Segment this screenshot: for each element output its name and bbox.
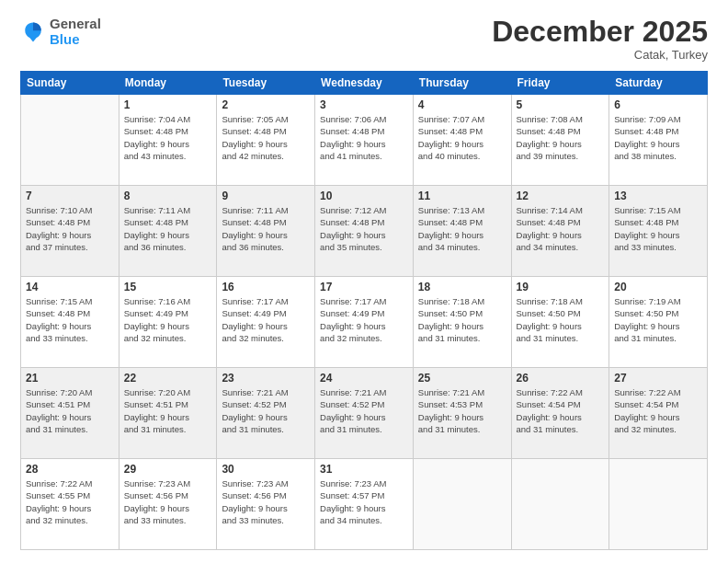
cell-info: Sunrise: 7:23 AMSunset: 4:56 PMDaylight:… xyxy=(222,477,310,526)
table-row: 7Sunrise: 7:10 AMSunset: 4:48 PMDaylight… xyxy=(21,186,119,277)
day-number: 27 xyxy=(614,372,702,385)
day-number: 15 xyxy=(124,281,212,293)
table-row: 1Sunrise: 7:04 AMSunset: 4:48 PMDaylight… xyxy=(119,95,217,186)
cell-info: Sunrise: 7:08 AMSunset: 4:48 PMDaylight:… xyxy=(517,113,605,162)
logo: General Blue xyxy=(20,17,101,47)
table-row: 17Sunrise: 7:17 AMSunset: 4:49 PMDayligh… xyxy=(315,277,414,368)
table-row: 11Sunrise: 7:13 AMSunset: 4:48 PMDayligh… xyxy=(413,186,511,277)
table-row: 13Sunrise: 7:15 AMSunset: 4:48 PMDayligh… xyxy=(609,186,708,277)
table-row: 10Sunrise: 7:12 AMSunset: 4:48 PMDayligh… xyxy=(315,186,414,277)
table-row: 22Sunrise: 7:20 AMSunset: 4:51 PMDayligh… xyxy=(119,368,217,459)
day-number: 9 xyxy=(222,190,310,202)
day-number: 30 xyxy=(222,463,310,476)
cell-info: Sunrise: 7:23 AMSunset: 4:57 PMDaylight:… xyxy=(320,477,408,526)
cell-info: Sunrise: 7:17 AMSunset: 4:49 PMDaylight:… xyxy=(320,295,408,344)
table-row: 29Sunrise: 7:23 AMSunset: 4:56 PMDayligh… xyxy=(119,459,217,550)
logo-blue: Blue xyxy=(50,32,101,48)
cell-info: Sunrise: 7:09 AMSunset: 4:48 PMDaylight:… xyxy=(614,113,702,162)
table-row: 9Sunrise: 7:11 AMSunset: 4:48 PMDaylight… xyxy=(217,186,315,277)
table-row xyxy=(413,459,511,550)
cell-info: Sunrise: 7:21 AMSunset: 4:53 PMDaylight:… xyxy=(418,386,506,435)
cell-info: Sunrise: 7:15 AMSunset: 4:48 PMDaylight:… xyxy=(26,295,114,344)
cell-info: Sunrise: 7:22 AMSunset: 4:54 PMDaylight:… xyxy=(614,386,702,435)
logo-general: General xyxy=(50,17,101,32)
table-row: 20Sunrise: 7:19 AMSunset: 4:50 PMDayligh… xyxy=(609,277,708,368)
calendar-week-row: 21Sunrise: 7:20 AMSunset: 4:51 PMDayligh… xyxy=(21,368,708,459)
day-number: 22 xyxy=(124,372,212,385)
cell-info: Sunrise: 7:19 AMSunset: 4:50 PMDaylight:… xyxy=(614,295,702,344)
table-row: 5Sunrise: 7:08 AMSunset: 4:48 PMDaylight… xyxy=(511,95,609,186)
day-number: 12 xyxy=(517,190,605,202)
table-row: 30Sunrise: 7:23 AMSunset: 4:56 PMDayligh… xyxy=(217,459,315,550)
cell-info: Sunrise: 7:15 AMSunset: 4:48 PMDaylight:… xyxy=(614,204,702,253)
cell-info: Sunrise: 7:21 AMSunset: 4:52 PMDaylight:… xyxy=(320,386,408,435)
calendar-header-row: Sunday Monday Tuesday Wednesday Thursday… xyxy=(21,72,708,95)
page: General Blue December 2025 Catak, Turkey… xyxy=(0,0,728,563)
table-row: 18Sunrise: 7:18 AMSunset: 4:50 PMDayligh… xyxy=(413,277,511,368)
table-row: 27Sunrise: 7:22 AMSunset: 4:54 PMDayligh… xyxy=(609,368,708,459)
day-number: 7 xyxy=(26,190,114,202)
day-number: 25 xyxy=(418,372,506,385)
month-title: December 2025 xyxy=(492,17,708,46)
table-row: 3Sunrise: 7:06 AMSunset: 4:48 PMDaylight… xyxy=(315,95,414,186)
calendar-week-row: 1Sunrise: 7:04 AMSunset: 4:48 PMDaylight… xyxy=(21,95,708,186)
day-number: 13 xyxy=(614,190,702,202)
day-number: 11 xyxy=(418,190,506,202)
cell-info: Sunrise: 7:23 AMSunset: 4:56 PMDaylight:… xyxy=(124,477,212,526)
table-row xyxy=(511,459,609,550)
table-row: 15Sunrise: 7:16 AMSunset: 4:49 PMDayligh… xyxy=(119,277,217,368)
table-row: 16Sunrise: 7:17 AMSunset: 4:49 PMDayligh… xyxy=(217,277,315,368)
cell-info: Sunrise: 7:21 AMSunset: 4:52 PMDaylight:… xyxy=(222,386,310,435)
cell-info: Sunrise: 7:13 AMSunset: 4:48 PMDaylight:… xyxy=(418,204,506,253)
table-row: 12Sunrise: 7:14 AMSunset: 4:48 PMDayligh… xyxy=(511,186,609,277)
title-area: December 2025 Catak, Turkey xyxy=(492,17,708,62)
calendar-table: Sunday Monday Tuesday Wednesday Thursday… xyxy=(20,71,708,550)
table-row: 26Sunrise: 7:22 AMSunset: 4:54 PMDayligh… xyxy=(511,368,609,459)
table-row: 14Sunrise: 7:15 AMSunset: 4:48 PMDayligh… xyxy=(21,277,119,368)
cell-info: Sunrise: 7:17 AMSunset: 4:49 PMDaylight:… xyxy=(222,295,310,344)
calendar-week-row: 14Sunrise: 7:15 AMSunset: 4:48 PMDayligh… xyxy=(21,277,708,368)
table-row xyxy=(21,95,119,186)
cell-info: Sunrise: 7:22 AMSunset: 4:54 PMDaylight:… xyxy=(517,386,605,435)
day-number: 31 xyxy=(320,463,408,476)
table-row: 2Sunrise: 7:05 AMSunset: 4:48 PMDaylight… xyxy=(217,95,315,186)
cell-info: Sunrise: 7:11 AMSunset: 4:48 PMDaylight:… xyxy=(222,204,310,253)
table-row: 25Sunrise: 7:21 AMSunset: 4:53 PMDayligh… xyxy=(413,368,511,459)
day-number: 10 xyxy=(320,190,408,202)
table-row xyxy=(609,459,708,550)
day-number: 23 xyxy=(222,372,310,385)
cell-info: Sunrise: 7:20 AMSunset: 4:51 PMDaylight:… xyxy=(124,386,212,435)
day-number: 3 xyxy=(320,98,408,111)
location: Catak, Turkey xyxy=(492,48,708,62)
table-row: 31Sunrise: 7:23 AMSunset: 4:57 PMDayligh… xyxy=(315,459,414,550)
day-number: 8 xyxy=(124,190,212,202)
calendar-week-row: 7Sunrise: 7:10 AMSunset: 4:48 PMDaylight… xyxy=(21,186,708,277)
day-number: 28 xyxy=(26,463,114,476)
cell-info: Sunrise: 7:12 AMSunset: 4:48 PMDaylight:… xyxy=(320,204,408,253)
col-wednesday: Wednesday xyxy=(315,72,414,95)
col-monday: Monday xyxy=(119,72,217,95)
cell-info: Sunrise: 7:06 AMSunset: 4:48 PMDaylight:… xyxy=(320,113,408,162)
day-number: 2 xyxy=(222,98,310,111)
cell-info: Sunrise: 7:10 AMSunset: 4:48 PMDaylight:… xyxy=(26,204,114,253)
logo-text: General Blue xyxy=(50,17,101,47)
logo-icon xyxy=(20,19,46,45)
header: General Blue December 2025 Catak, Turkey xyxy=(20,17,708,62)
day-number: 14 xyxy=(26,281,114,293)
day-number: 29 xyxy=(124,463,212,476)
day-number: 19 xyxy=(517,281,605,293)
col-friday: Friday xyxy=(511,72,609,95)
cell-info: Sunrise: 7:18 AMSunset: 4:50 PMDaylight:… xyxy=(517,295,605,344)
table-row: 24Sunrise: 7:21 AMSunset: 4:52 PMDayligh… xyxy=(315,368,414,459)
cell-info: Sunrise: 7:04 AMSunset: 4:48 PMDaylight:… xyxy=(124,113,212,162)
day-number: 24 xyxy=(320,372,408,385)
day-number: 18 xyxy=(418,281,506,293)
table-row: 28Sunrise: 7:22 AMSunset: 4:55 PMDayligh… xyxy=(21,459,119,550)
table-row: 19Sunrise: 7:18 AMSunset: 4:50 PMDayligh… xyxy=(511,277,609,368)
day-number: 6 xyxy=(614,98,702,111)
col-tuesday: Tuesday xyxy=(217,72,315,95)
day-number: 1 xyxy=(124,98,212,111)
calendar-week-row: 28Sunrise: 7:22 AMSunset: 4:55 PMDayligh… xyxy=(21,459,708,550)
cell-info: Sunrise: 7:16 AMSunset: 4:49 PMDaylight:… xyxy=(124,295,212,344)
cell-info: Sunrise: 7:07 AMSunset: 4:48 PMDaylight:… xyxy=(418,113,506,162)
